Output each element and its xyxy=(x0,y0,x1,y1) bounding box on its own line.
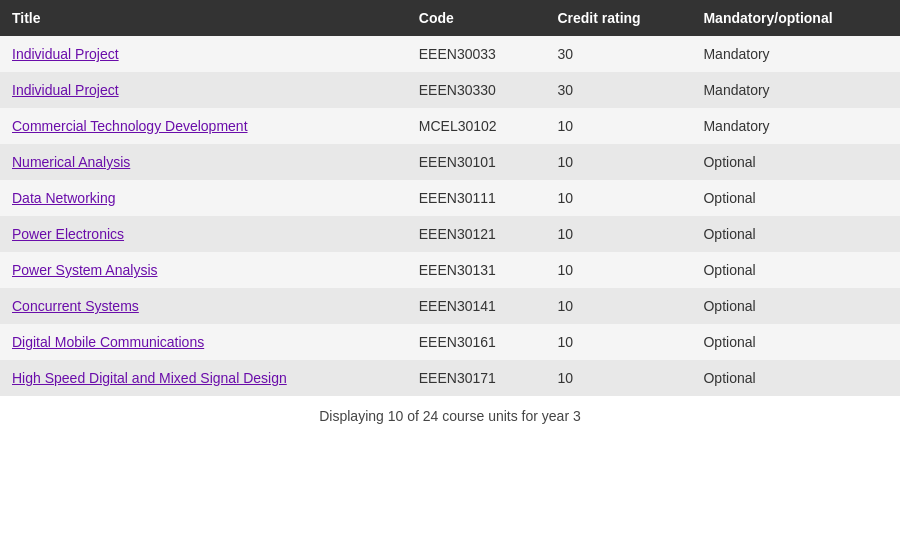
header-credit: Credit rating xyxy=(545,0,691,36)
cell-code: MCEL30102 xyxy=(407,108,546,144)
cell-code: EEEN30161 xyxy=(407,324,546,360)
cell-type: Optional xyxy=(691,288,900,324)
table-row: Power ElectronicsEEEN3012110Optional xyxy=(0,216,900,252)
cell-title: Numerical Analysis xyxy=(0,144,407,180)
cell-credit: 30 xyxy=(545,36,691,72)
courses-table: Title Code Credit rating Mandatory/optio… xyxy=(0,0,900,396)
course-link[interactable]: Individual Project xyxy=(12,82,119,98)
cell-code: EEEN30141 xyxy=(407,288,546,324)
header-title: Title xyxy=(0,0,407,36)
cell-type: Mandatory xyxy=(691,36,900,72)
course-link[interactable]: Power Electronics xyxy=(12,226,124,242)
course-link[interactable]: High Speed Digital and Mixed Signal Desi… xyxy=(12,370,287,386)
cell-type: Optional xyxy=(691,324,900,360)
cell-title: Digital Mobile Communications xyxy=(0,324,407,360)
cell-credit: 10 xyxy=(545,252,691,288)
cell-title: Concurrent Systems xyxy=(0,288,407,324)
cell-title: Individual Project xyxy=(0,72,407,108)
cell-credit: 10 xyxy=(545,180,691,216)
table-row: Individual ProjectEEEN3003330Mandatory xyxy=(0,36,900,72)
cell-type: Optional xyxy=(691,180,900,216)
cell-type: Optional xyxy=(691,252,900,288)
cell-code: EEEN30131 xyxy=(407,252,546,288)
header-mandatory: Mandatory/optional xyxy=(691,0,900,36)
table-row: Data NetworkingEEEN3011110Optional xyxy=(0,180,900,216)
cell-code: EEEN30111 xyxy=(407,180,546,216)
course-link[interactable]: Concurrent Systems xyxy=(12,298,139,314)
table-header-row: Title Code Credit rating Mandatory/optio… xyxy=(0,0,900,36)
course-link[interactable]: Power System Analysis xyxy=(12,262,158,278)
header-code: Code xyxy=(407,0,546,36)
cell-credit: 10 xyxy=(545,288,691,324)
cell-credit: 10 xyxy=(545,144,691,180)
cell-code: EEEN30101 xyxy=(407,144,546,180)
cell-type: Optional xyxy=(691,216,900,252)
cell-title: Commercial Technology Development xyxy=(0,108,407,144)
cell-type: Optional xyxy=(691,360,900,396)
cell-type: Optional xyxy=(691,144,900,180)
table-row: Concurrent SystemsEEEN3014110Optional xyxy=(0,288,900,324)
table-row: High Speed Digital and Mixed Signal Desi… xyxy=(0,360,900,396)
cell-credit: 10 xyxy=(545,216,691,252)
table-row: Commercial Technology DevelopmentMCEL301… xyxy=(0,108,900,144)
course-link[interactable]: Data Networking xyxy=(12,190,116,206)
cell-type: Mandatory xyxy=(691,72,900,108)
table-row: Numerical AnalysisEEEN3010110Optional xyxy=(0,144,900,180)
cell-code: EEEN30033 xyxy=(407,36,546,72)
course-link[interactable]: Commercial Technology Development xyxy=(12,118,248,134)
cell-credit: 10 xyxy=(545,108,691,144)
table-footer: Displaying 10 of 24 course units for yea… xyxy=(0,396,900,436)
cell-credit: 30 xyxy=(545,72,691,108)
course-link[interactable]: Digital Mobile Communications xyxy=(12,334,204,350)
cell-title: Power System Analysis xyxy=(0,252,407,288)
cell-credit: 10 xyxy=(545,324,691,360)
cell-type: Mandatory xyxy=(691,108,900,144)
cell-code: EEEN30330 xyxy=(407,72,546,108)
cell-credit: 10 xyxy=(545,360,691,396)
course-link[interactable]: Individual Project xyxy=(12,46,119,62)
cell-title: High Speed Digital and Mixed Signal Desi… xyxy=(0,360,407,396)
cell-title: Data Networking xyxy=(0,180,407,216)
course-link[interactable]: Numerical Analysis xyxy=(12,154,130,170)
cell-code: EEEN30171 xyxy=(407,360,546,396)
table-row: Individual ProjectEEEN3033030Mandatory xyxy=(0,72,900,108)
cell-title: Individual Project xyxy=(0,36,407,72)
table-row: Power System AnalysisEEEN3013110Optional xyxy=(0,252,900,288)
table-row: Digital Mobile CommunicationsEEEN3016110… xyxy=(0,324,900,360)
cell-title: Power Electronics xyxy=(0,216,407,252)
cell-code: EEEN30121 xyxy=(407,216,546,252)
